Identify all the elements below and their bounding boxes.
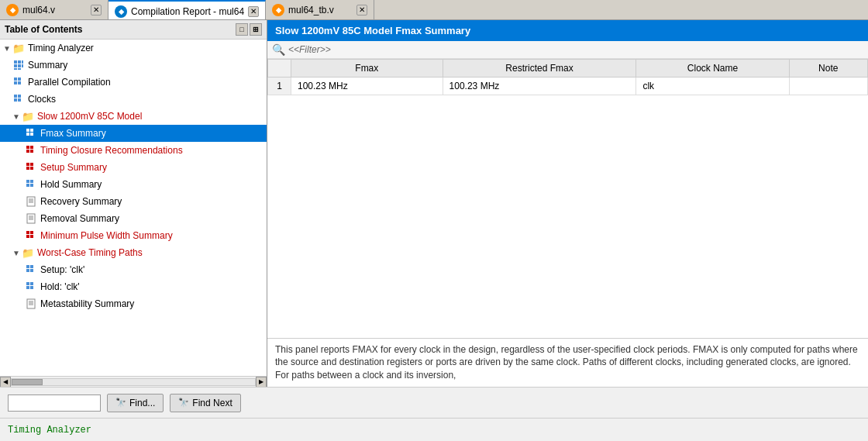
sidebar-label-parallel: Parallel Compilation bbox=[28, 77, 111, 88]
svg-rect-25 bbox=[30, 163, 33, 166]
sidebar-item-timing-analyzer[interactable]: ▼ 📁 Timing Analyzer bbox=[0, 40, 267, 57]
find-button-label: Find... bbox=[129, 398, 155, 408]
sidebar-label-clocks: Clocks bbox=[28, 94, 56, 105]
filter-text: <<Filter>> bbox=[288, 44, 331, 55]
folder-icon: 📁 bbox=[12, 42, 25, 54]
col-header-note: Note bbox=[789, 60, 867, 78]
col-header-restricted-fmax: Restricted Fmax bbox=[443, 60, 636, 78]
binoculars-icon: 🔭 bbox=[115, 398, 126, 408]
folder-icon-slow: 📁 bbox=[22, 110, 34, 122]
svg-rect-30 bbox=[26, 184, 29, 187]
grid-icon-fmax bbox=[25, 127, 37, 140]
description-area: This panel reports FMAX for every clock … bbox=[267, 338, 868, 387]
svg-rect-1 bbox=[18, 60, 21, 64]
svg-rect-2 bbox=[22, 60, 23, 64]
tab-label-tb: mul64_tb.v bbox=[288, 5, 334, 16]
tab-close-report[interactable]: ✕ bbox=[248, 6, 259, 17]
sidebar-item-setup-summary[interactable]: Setup Summary bbox=[0, 159, 267, 176]
svg-rect-45 bbox=[30, 265, 33, 268]
svg-rect-23 bbox=[30, 150, 33, 153]
tab-close-tb[interactable]: ✕ bbox=[356, 5, 367, 16]
svg-rect-14 bbox=[14, 98, 17, 102]
grid-icon-timing-closure bbox=[25, 144, 37, 157]
right-panel: Slow 1200mV 85C Model Fmax Summary 🔍 <<F… bbox=[267, 20, 868, 387]
sidebar-label-hold: Hold Summary bbox=[40, 179, 102, 190]
toc-icon-1[interactable]: □ bbox=[236, 23, 248, 36]
sidebar-item-parallel-compilation[interactable]: Parallel Compilation bbox=[0, 74, 267, 91]
svg-rect-6 bbox=[14, 68, 17, 70]
svg-rect-0 bbox=[14, 60, 17, 64]
sidebar-item-hold-clk[interactable]: Hold: 'clk' bbox=[0, 278, 267, 295]
svg-rect-49 bbox=[30, 282, 33, 285]
left-panel: Table of Contents □ ⊞ ▼ 📁 Timing Analyze… bbox=[0, 20, 267, 387]
sidebar-label-metastability: Metastability Summary bbox=[40, 298, 134, 309]
scroll-right-btn[interactable]: ▶ bbox=[256, 377, 267, 388]
svg-rect-41 bbox=[30, 231, 33, 234]
svg-rect-10 bbox=[14, 81, 17, 84]
toc-header-icons: □ ⊞ bbox=[236, 23, 262, 36]
search-input[interactable] bbox=[8, 394, 101, 412]
sidebar-item-setup-clk[interactable]: Setup: 'clk' bbox=[0, 261, 267, 278]
sidebar-item-fmax-summary[interactable]: Fmax Summary bbox=[0, 125, 267, 142]
sidebar-item-hold-summary[interactable]: Hold Summary bbox=[0, 176, 267, 193]
toc-icon-2[interactable]: ⊞ bbox=[250, 23, 262, 36]
svg-rect-40 bbox=[26, 231, 29, 234]
svg-rect-12 bbox=[14, 95, 17, 98]
svg-rect-47 bbox=[30, 269, 33, 272]
svg-rect-36 bbox=[27, 214, 35, 223]
sidebar-item-removal-summary[interactable]: Removal Summary bbox=[0, 210, 267, 227]
sidebar-item-slow-model[interactable]: ▼ 📁 Slow 1200mV 85C Model bbox=[0, 108, 267, 125]
svg-rect-17 bbox=[30, 129, 33, 132]
svg-rect-16 bbox=[26, 129, 29, 132]
svg-rect-9 bbox=[18, 78, 21, 81]
svg-rect-20 bbox=[26, 146, 29, 149]
sidebar-item-min-pulse[interactable]: Minimum Pulse Width Summary bbox=[0, 227, 267, 244]
folder-icon-worst: 📁 bbox=[22, 246, 34, 259]
status-text: Timing Analyzer bbox=[8, 425, 91, 436]
scroll-left-btn[interactable]: ◀ bbox=[0, 377, 11, 388]
find-button[interactable]: 🔭 Find... bbox=[107, 394, 164, 412]
svg-rect-5 bbox=[22, 64, 23, 67]
expand-arrow-worst: ▼ bbox=[12, 249, 20, 257]
svg-rect-32 bbox=[27, 197, 35, 206]
tab-label-report: Compilation Report - mul64 bbox=[131, 6, 244, 17]
svg-rect-48 bbox=[26, 282, 29, 285]
tab-compilation-report[interactable]: ◆ Compilation Report - mul64 ✕ bbox=[108, 0, 266, 19]
sidebar-label-timing-analyzer: Timing Analyzer bbox=[28, 43, 94, 53]
sidebar-item-recovery-summary[interactable]: Recovery Summary bbox=[0, 193, 267, 210]
svg-rect-22 bbox=[26, 150, 29, 153]
sidebar-item-clocks[interactable]: Clocks bbox=[0, 91, 267, 108]
fmax-table: Fmax Restricted Fmax Clock Name Note 1 1… bbox=[267, 59, 868, 95]
svg-rect-29 bbox=[30, 180, 33, 183]
sidebar-item-metastability[interactable]: Metastability Summary bbox=[0, 295, 267, 312]
left-panel-hscroll[interactable]: ◀ ▶ bbox=[0, 376, 267, 387]
sidebar-item-summary[interactable]: Summary bbox=[0, 57, 267, 74]
grid-icon-summary bbox=[12, 59, 25, 71]
grid-icon-parallel bbox=[12, 76, 25, 88]
grid-icon-setup-clk bbox=[25, 264, 37, 276]
sidebar-item-timing-closure[interactable]: Timing Closure Recommendations bbox=[0, 142, 267, 159]
svg-rect-4 bbox=[18, 64, 21, 67]
toc-title: Table of Contents bbox=[5, 24, 82, 35]
find-next-button[interactable]: 🔭 Find Next bbox=[170, 394, 240, 412]
sidebar-item-worst-case[interactable]: ▼ 📁 Worst-Case Timing Paths bbox=[0, 244, 267, 261]
svg-rect-18 bbox=[26, 133, 29, 136]
svg-rect-26 bbox=[26, 167, 29, 170]
tab-mul64-tb[interactable]: ◆ mul64_tb.v ✕ bbox=[266, 0, 374, 19]
col-header-clock-name: Clock Name bbox=[636, 60, 789, 78]
toc-list: ▼ 📁 Timing Analyzer bbox=[0, 40, 267, 376]
svg-rect-51 bbox=[30, 286, 33, 289]
tab-mul64-v[interactable]: ◆ mul64.v ✕ bbox=[0, 0, 108, 19]
col-header-fmax: Fmax bbox=[291, 60, 443, 78]
expand-arrow-slow: ▼ bbox=[12, 112, 20, 121]
scroll-track[interactable] bbox=[11, 378, 256, 386]
col-header-num bbox=[268, 60, 291, 78]
table-container: Fmax Restricted Fmax Clock Name Note 1 1… bbox=[267, 59, 868, 338]
cell-row-num: 1 bbox=[268, 78, 291, 95]
tab-close-mul64[interactable]: ✕ bbox=[91, 5, 102, 16]
binoculars-next-icon: 🔭 bbox=[178, 398, 189, 408]
tab-label-mul64: mul64.v bbox=[22, 5, 55, 16]
sidebar-label-setup-clk: Setup: 'clk' bbox=[40, 264, 84, 275]
svg-rect-8 bbox=[14, 78, 17, 81]
main-layout: Table of Contents □ ⊞ ▼ 📁 Timing Analyze… bbox=[0, 20, 868, 387]
